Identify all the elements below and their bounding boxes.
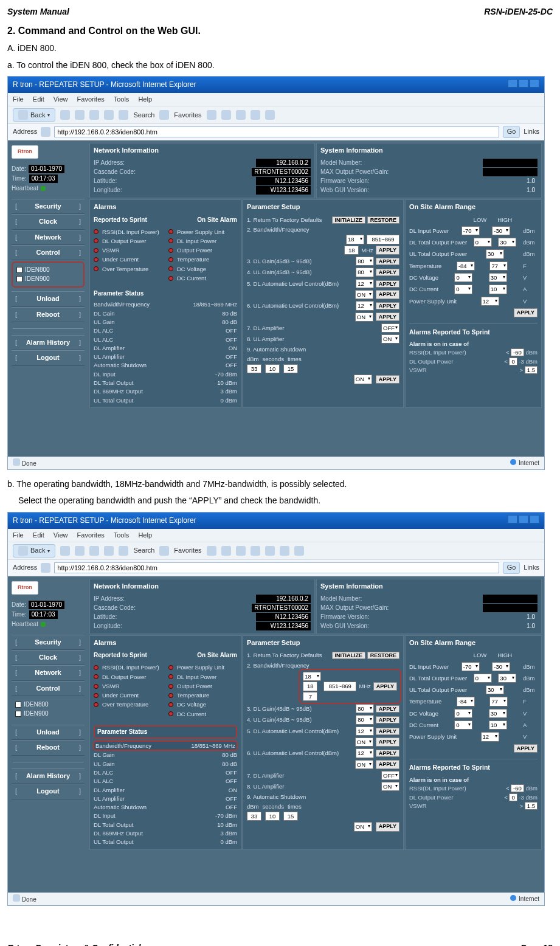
sidebar-item-logout[interactable]: [Logout] <box>12 350 85 365</box>
dlalc-select[interactable]: 12▾ <box>356 279 374 288</box>
url-input[interactable] <box>54 126 499 137</box>
sidebar-item-alarmhistory[interactable]: [Alarm History] <box>12 768 85 784</box>
dlalc-apply[interactable]: APPLY <box>376 280 399 288</box>
go-button[interactable]: Go <box>503 562 520 573</box>
initialize-button[interactable]: INITIALIZE <box>332 652 366 659</box>
dlalc-on-select[interactable]: ON▾ <box>355 290 373 299</box>
menu-favorites[interactable]: Favorites <box>77 531 105 539</box>
stop-icon[interactable] <box>75 546 85 556</box>
links-label[interactable]: Links <box>524 563 539 572</box>
links-label[interactable]: Links <box>524 127 539 136</box>
sidebar-item-control[interactable]: [Control] <box>12 681 85 696</box>
sidebar-item-control[interactable]: [Control] <box>12 245 85 260</box>
restore-button[interactable]: RESTORE <box>367 216 399 224</box>
min-icon[interactable] <box>508 79 517 88</box>
ulgain-apply[interactable]: APPLY <box>376 269 399 276</box>
menu-file[interactable]: File <box>13 95 24 103</box>
url-input[interactable] <box>54 562 499 573</box>
menu-favorites[interactable]: Favorites <box>77 95 105 103</box>
asd-dbm[interactable]: 33 <box>247 364 261 373</box>
ulgain-select[interactable]: 80▾ <box>356 268 374 277</box>
sidebar-item-security[interactable]: [Security] <box>12 199 85 214</box>
sidebar-item-security[interactable]: [Security] <box>12 635 85 650</box>
search-icon[interactable] <box>119 110 128 120</box>
media-icon[interactable] <box>207 546 216 556</box>
bw-opt-18[interactable]: 18 <box>303 682 317 691</box>
checkbox-iden800[interactable]: ✓ <box>15 702 21 708</box>
rep-rssi[interactable]: -60 <box>511 348 524 356</box>
bw-opt-7[interactable]: 7 <box>303 692 317 701</box>
print-icon[interactable] <box>251 546 260 556</box>
sidebar-item-reboot[interactable]: [Reboot] <box>12 307 85 322</box>
history-icon[interactable] <box>221 546 231 556</box>
stop-icon[interactable] <box>75 110 85 120</box>
asd-apply[interactable]: APPLY <box>376 375 399 384</box>
rep-dlout[interactable]: 0 <box>509 357 517 365</box>
bw-apply-button[interactable]: APPLY <box>376 246 399 255</box>
sidebar-item-network[interactable]: [Network] <box>12 230 85 245</box>
edit-icon[interactable] <box>265 546 275 556</box>
menu-tools[interactable]: Tools <box>114 95 130 103</box>
sidebar-item-logout[interactable]: [Logout] <box>12 784 85 799</box>
search-icon[interactable] <box>119 546 128 556</box>
restore-button[interactable]: RESTORE <box>367 652 399 659</box>
checkbox-iden800[interactable]: ✓ <box>16 267 22 273</box>
back-button[interactable]: Back▾ <box>13 108 55 122</box>
discuss-icon[interactable] <box>280 546 289 556</box>
sidebar-item-unload[interactable]: [Unload] <box>12 725 85 740</box>
bw-select[interactable]: 18▾ <box>303 672 321 681</box>
menu-tools[interactable]: Tools <box>114 531 130 539</box>
initialize-button[interactable]: INITIALIZE <box>332 216 366 224</box>
onsite-apply[interactable]: APPLY <box>514 308 538 317</box>
sidebar-item-clock[interactable]: [Clock] <box>12 214 85 229</box>
mail-icon[interactable] <box>236 546 246 556</box>
bw-select[interactable]: 18▾ <box>346 235 364 244</box>
menu-help[interactable]: Help <box>138 95 152 103</box>
menu-help[interactable]: Help <box>138 531 152 539</box>
asd-on-select[interactable]: ON▾ <box>354 375 372 384</box>
history-icon[interactable] <box>221 110 231 120</box>
dlalc-on-apply[interactable]: APPLY <box>376 290 399 299</box>
min-icon[interactable] <box>508 515 517 523</box>
sidebar-item-alarmhistory[interactable]: [Alarm History] <box>12 335 85 350</box>
go-button[interactable]: Go <box>503 126 520 137</box>
checkbox-iden900[interactable] <box>15 711 21 717</box>
sidebar-item-reboot[interactable]: [Reboot] <box>12 740 85 755</box>
ulalc-on-select[interactable]: ON▾ <box>355 312 373 322</box>
menu-edit[interactable]: Edit <box>33 531 44 539</box>
print-icon[interactable] <box>251 110 260 120</box>
ulalc-apply[interactable]: APPLY <box>376 302 399 309</box>
sidebar-item-network[interactable]: [Network] <box>12 665 85 680</box>
close-icon[interactable] <box>530 79 539 88</box>
dlamp-select[interactable]: OFF▾ <box>381 323 399 333</box>
max-icon[interactable] <box>519 515 528 523</box>
dlgain-select[interactable]: 80▾ <box>356 257 374 266</box>
asd-sec[interactable]: 10 <box>265 364 280 373</box>
menu-file[interactable]: File <box>13 531 24 539</box>
onsite-apply[interactable]: APPLY <box>514 744 538 753</box>
favorites-icon[interactable] <box>159 546 169 556</box>
max-icon[interactable] <box>519 79 528 88</box>
ulalc-select[interactable]: 12▾ <box>356 301 374 310</box>
forward-icon[interactable] <box>60 110 70 120</box>
ulamp-select[interactable]: ON▾ <box>381 334 399 344</box>
media-icon[interactable] <box>207 110 216 120</box>
asd-times[interactable]: 15 <box>283 364 298 373</box>
rep-vswr[interactable]: 1.5 <box>525 366 538 374</box>
dlgain-apply[interactable]: APPLY <box>376 258 399 265</box>
menu-view[interactable]: View <box>54 531 68 539</box>
back-button[interactable]: Back▾ <box>13 544 55 558</box>
ulalc-on-apply[interactable]: APPLY <box>376 312 399 322</box>
sidebar-item-unload[interactable]: [Unload] <box>12 291 85 306</box>
close-icon[interactable] <box>530 515 539 523</box>
menu-edit[interactable]: Edit <box>33 95 44 103</box>
refresh-icon[interactable] <box>89 110 99 120</box>
refresh-icon[interactable] <box>89 546 99 556</box>
mail-icon[interactable] <box>236 110 246 120</box>
home-icon[interactable] <box>104 546 114 556</box>
menu-view[interactable]: View <box>54 95 68 103</box>
bw-apply-button[interactable]: APPLY <box>373 682 397 691</box>
forward-icon[interactable] <box>60 546 70 556</box>
checkbox-iden900[interactable] <box>16 276 22 282</box>
sidebar-item-clock[interactable]: [Clock] <box>12 650 85 665</box>
